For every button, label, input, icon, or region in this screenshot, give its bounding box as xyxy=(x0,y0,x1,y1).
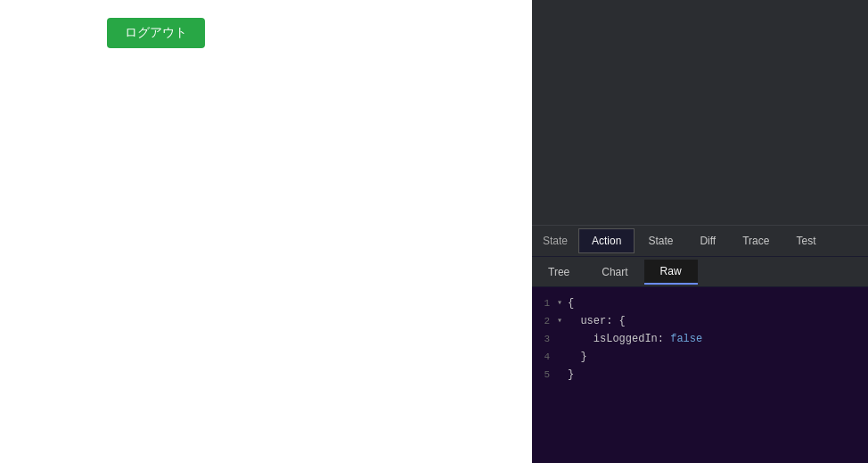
line-number-4: 4 xyxy=(532,348,557,366)
line-content-5: } xyxy=(568,366,574,384)
devtools-top-area xyxy=(532,0,868,225)
tab-diff[interactable]: Diff xyxy=(686,228,729,253)
line-content-1: { xyxy=(568,294,574,312)
line-number-1: 1 xyxy=(532,294,557,312)
line-arrow-1: ▾ xyxy=(557,294,568,312)
tab-action[interactable]: Action xyxy=(578,228,635,253)
devtools-panel: State Action State Diff Trace Test Tree … xyxy=(532,0,868,463)
tab-state[interactable]: State xyxy=(635,228,686,253)
line-number-5: 5 xyxy=(532,366,557,384)
code-line-2: 2 ▾ user: { xyxy=(532,312,868,330)
line-content-3: isLoggedIn: false xyxy=(568,330,702,348)
line-arrow-2: ▾ xyxy=(557,312,568,330)
tab-test[interactable]: Test xyxy=(782,228,829,253)
sub-tab-raw[interactable]: Raw xyxy=(644,260,698,285)
main-content-area: ログアウト xyxy=(0,0,532,463)
code-line-3: 3 isLoggedIn: false xyxy=(532,330,868,348)
tab-bar-state-label: State xyxy=(532,235,578,247)
devtools-tab-bar: State Action State Diff Trace Test xyxy=(532,225,868,257)
logout-button[interactable]: ログアウト xyxy=(107,18,205,48)
line-content-4: } xyxy=(568,348,587,366)
sub-tab-chart[interactable]: Chart xyxy=(585,260,643,284)
devtools-sub-tab-bar: Tree Chart Raw xyxy=(532,257,868,287)
code-viewer: 1 ▾ { 2 ▾ user: { 3 isLoggedIn: false 4 … xyxy=(532,287,868,463)
line-number-3: 3 xyxy=(532,330,557,348)
code-line-1: 1 ▾ { xyxy=(532,294,868,312)
tab-trace[interactable]: Trace xyxy=(729,228,782,253)
code-line-5: 5 } xyxy=(532,366,868,384)
line-content-2: user: { xyxy=(568,312,626,330)
line-number-2: 2 xyxy=(532,312,557,330)
code-line-4: 4 } xyxy=(532,348,868,366)
false-value: false xyxy=(670,333,702,345)
sub-tab-tree[interactable]: Tree xyxy=(532,260,585,284)
